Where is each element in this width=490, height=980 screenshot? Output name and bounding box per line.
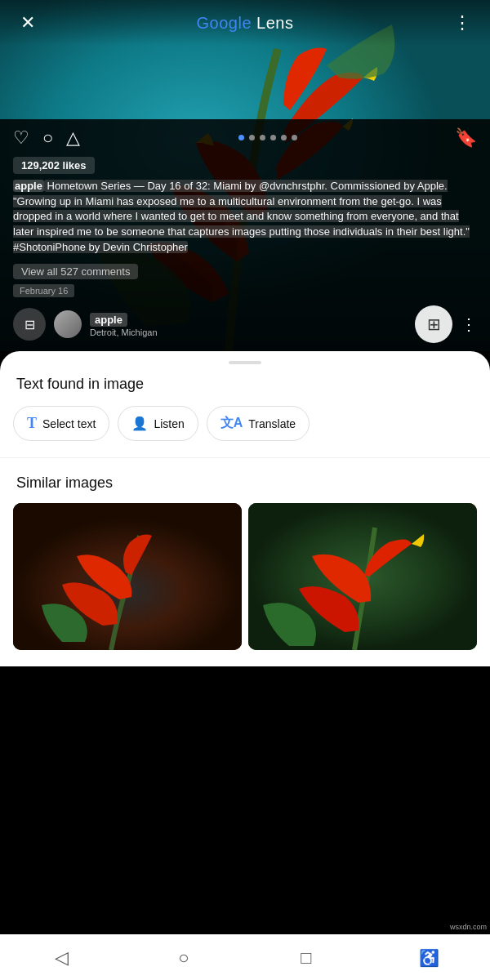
post-more-button[interactable]: ⋮ — [461, 314, 477, 334]
post-caption-text: Hometown Series — Day 16 of 32: Miami by… — [13, 180, 470, 253]
heart-icon[interactable]: ♡ — [13, 127, 29, 149]
home-icon: ○ — [178, 947, 189, 969]
post-username[interactable]: apple — [13, 180, 44, 192]
author-location: Detroit, Michigan — [90, 327, 407, 337]
dot-1 — [238, 135, 244, 140]
listen-icon: 👤 — [131, 416, 148, 431]
listen-label: Listen — [154, 417, 184, 430]
dot-5 — [281, 135, 287, 140]
translate-button[interactable]: 文A Translate — [207, 406, 310, 441]
more-options-button[interactable]: ⋮ — [448, 8, 477, 38]
dot-6 — [292, 135, 297, 140]
post-overlay: ♡ ○ △ 🔖 129,202 likes — [0, 119, 490, 351]
bottom-sheet: Text found in image T Select text 👤 List… — [0, 351, 490, 666]
translate-label: Translate — [248, 417, 296, 430]
top-bar: ✕ Google Lens ⋮ — [0, 0, 490, 46]
app-title: Google Lens — [197, 14, 294, 33]
back-nav-button[interactable]: ◁ — [41, 938, 82, 978]
title-lens: Lens — [252, 14, 293, 32]
sheet-handle — [229, 361, 261, 364]
select-text-icon: T — [27, 415, 37, 432]
lens-search-icon: ⊞ — [427, 314, 441, 334]
listen-button[interactable]: 👤 Listen — [118, 406, 198, 441]
dot-3 — [260, 135, 265, 140]
image-area: ✕ Google Lens ⋮ ♡ ○ △ — [0, 0, 490, 351]
accessibility-button[interactable]: ♿ — [408, 938, 449, 978]
similar-image-1[interactable] — [13, 503, 242, 650]
accessibility-icon: ♿ — [419, 948, 439, 968]
recents-icon: □ — [301, 947, 311, 969]
comment-icon[interactable]: ○ — [42, 127, 53, 149]
select-text-label: Select text — [42, 417, 96, 430]
likes-count: 129,202 likes — [0, 157, 490, 179]
home-nav-button[interactable]: ○ — [163, 938, 204, 978]
select-text-button[interactable]: T Select text — [13, 406, 109, 441]
divider — [0, 457, 490, 458]
bookmark-icon[interactable]: 🔖 — [455, 127, 477, 149]
author-name[interactable]: apple — [90, 313, 127, 327]
dot-2 — [249, 135, 255, 140]
dots-indicator — [80, 135, 455, 140]
recents-nav-button[interactable]: □ — [286, 938, 327, 978]
post-caption: apple Hometown Series — Day 16 of 32: Mi… — [0, 179, 490, 261]
share-icon[interactable]: △ — [66, 127, 80, 149]
sheet-actions: T Select text 👤 Listen 文A Translate — [0, 406, 490, 457]
post-author-row: ⊟ apple Detroit, Michigan ⊞ ⋮ — [0, 302, 490, 351]
navigation-bar: ◁ ○ □ ♿ — [0, 934, 490, 980]
dot-4 — [270, 135, 276, 140]
back-icon: ◁ — [55, 947, 69, 969]
action-icons-left: ♡ ○ △ — [13, 127, 80, 149]
filter-button[interactable]: ⊟ — [13, 308, 46, 341]
close-button[interactable]: ✕ — [13, 8, 42, 38]
post-date: February 16 — [0, 283, 490, 302]
translate-icon: 文A — [220, 415, 243, 432]
watermark: wsxdn.com — [450, 923, 487, 931]
view-comments-link[interactable]: View all 527 comments — [0, 261, 490, 283]
author-avatar — [54, 310, 82, 338]
lens-search-button[interactable]: ⊞ — [415, 305, 452, 343]
similar-images-title: Similar images — [0, 474, 490, 503]
title-google: Google — [197, 14, 252, 32]
sheet-title: Text found in image — [0, 376, 490, 406]
action-bar: ♡ ○ △ 🔖 — [0, 119, 490, 157]
similar-image-2[interactable] — [248, 503, 477, 650]
author-info: apple Detroit, Michigan — [90, 312, 407, 337]
similar-images-grid — [0, 503, 490, 666]
